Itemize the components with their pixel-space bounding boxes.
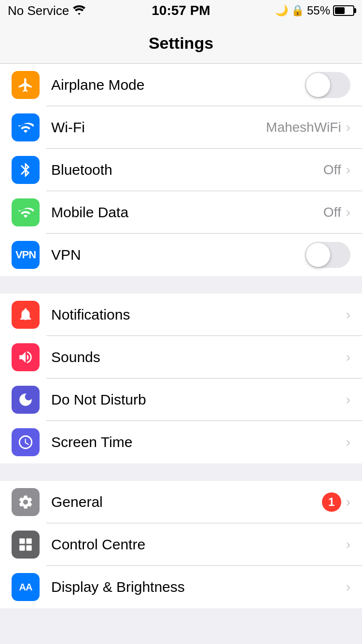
status-right: 🌙 🔒 55% (275, 4, 354, 17)
svg-rect-2 (19, 545, 25, 550)
bluetooth-value: Off (323, 162, 341, 178)
status-bar: No Service 10:57 PM 🌙 🔒 55% (0, 0, 362, 21)
wifi-value: MaheshWiFi (266, 120, 341, 135)
display-brightness-icon: AA (12, 573, 40, 601)
do-not-disturb-settings-icon (12, 386, 40, 414)
vpn-toggle[interactable] (305, 242, 350, 268)
vpn-label: VPN (51, 247, 305, 263)
settings-item-do-not-disturb[interactable]: Do Not Disturb › (0, 378, 362, 421)
control-centre-chevron: › (346, 537, 350, 552)
screen-time-label: Screen Time (51, 434, 346, 450)
wifi-icon (73, 3, 85, 18)
mobile-data-value: Off (323, 205, 341, 220)
general-chevron: › (346, 494, 350, 510)
svg-rect-3 (26, 545, 31, 550)
wifi-settings-icon (12, 113, 40, 141)
control-centre-icon (12, 531, 40, 559)
notifications-chevron: › (346, 307, 350, 322)
do-not-disturb-label: Do Not Disturb (51, 392, 346, 408)
settings-item-notifications[interactable]: Notifications › (0, 294, 362, 336)
carrier-text: No Service (8, 3, 69, 18)
section-gap-2 (0, 463, 362, 481)
settings-section-connectivity: Airplane Mode Wi-Fi MaheshWiFi › Bluetoo… (0, 64, 362, 276)
airplane-mode-label: Airplane Mode (51, 77, 305, 93)
settings-item-airplane-mode[interactable]: Airplane Mode (0, 64, 362, 106)
mobile-data-chevron: › (346, 205, 350, 220)
sounds-chevron: › (346, 350, 350, 365)
bluetooth-icon (12, 156, 40, 184)
sounds-label: Sounds (51, 349, 346, 365)
section-gap-1 (0, 276, 362, 294)
wifi-label: Wi-Fi (51, 119, 266, 136)
general-label: General (51, 494, 322, 510)
display-text: AA (19, 582, 32, 593)
screen-time-icon (12, 428, 40, 456)
do-not-disturb-icon: 🌙 (275, 4, 288, 17)
settings-item-general[interactable]: General 1 › (0, 481, 362, 523)
notifications-icon (12, 301, 40, 329)
settings-item-wifi[interactable]: Wi-Fi MaheshWiFi › (0, 106, 362, 149)
vpn-text: VPN (15, 249, 36, 261)
settings-item-mobile-data[interactable]: Mobile Data Off › (0, 191, 362, 234)
general-icon (12, 488, 40, 516)
airplane-mode-icon (12, 71, 40, 99)
wifi-chevron: › (346, 120, 350, 135)
bluetooth-chevron: › (346, 162, 350, 178)
screen-time-chevron: › (346, 434, 350, 450)
svg-rect-0 (19, 538, 25, 544)
mobile-data-icon (12, 198, 40, 226)
display-brightness-chevron: › (346, 579, 350, 595)
page-title: Settings (149, 34, 213, 53)
control-centre-label: Control Centre (51, 536, 346, 553)
settings-item-sounds[interactable]: Sounds › (0, 336, 362, 378)
settings-item-screen-time[interactable]: Screen Time › (0, 421, 362, 463)
settings-item-control-centre[interactable]: Control Centre › (0, 523, 362, 566)
display-brightness-label: Display & Brightness (51, 579, 346, 595)
airplane-mode-toggle[interactable] (305, 72, 350, 98)
battery-icon (333, 5, 354, 16)
status-left: No Service (8, 3, 85, 18)
settings-section-notifications: Notifications › Sounds › Do Not Disturb … (0, 294, 362, 463)
settings-section-system: General 1 › Control Centre › AA Display … (0, 481, 362, 608)
sounds-icon (12, 343, 40, 371)
status-time: 10:57 PM (152, 3, 210, 18)
vpn-icon: VPN (12, 241, 40, 269)
lock-icon: 🔒 (291, 4, 304, 17)
mobile-data-label: Mobile Data (51, 204, 323, 221)
settings-item-bluetooth[interactable]: Bluetooth Off › (0, 149, 362, 191)
nav-bar: Settings (0, 21, 362, 64)
battery-percent: 55% (307, 4, 330, 17)
settings-item-display-brightness[interactable]: AA Display & Brightness › (0, 566, 362, 608)
bluetooth-label: Bluetooth (51, 162, 323, 178)
svg-rect-1 (26, 538, 31, 544)
do-not-disturb-chevron: › (346, 392, 350, 407)
notifications-label: Notifications (51, 307, 346, 323)
settings-item-vpn[interactable]: VPN VPN (0, 234, 362, 276)
general-badge: 1 (322, 492, 341, 512)
